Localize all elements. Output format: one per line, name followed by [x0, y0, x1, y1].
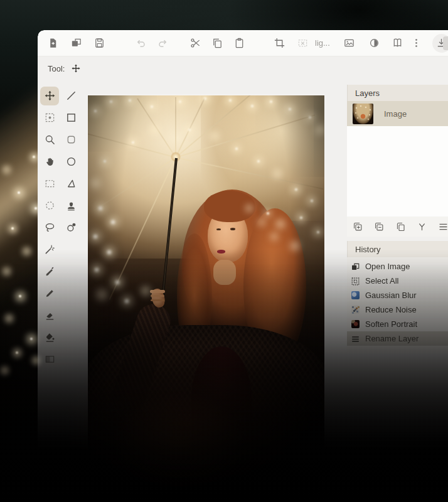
tool-rounded-rectangle[interactable] [61, 131, 80, 149]
history-label: Soften Portrait [365, 319, 417, 329]
tool-options-bar: Tool: [48, 63, 81, 73]
canvas-photo [88, 95, 324, 452]
photo-vignette [88, 95, 324, 452]
partial-button[interactable] [443, 36, 448, 50]
tool-empty-4 [61, 306, 80, 325]
move-tool-icon [71, 63, 81, 73]
tool-empty-5 [61, 328, 80, 347]
screenshot-stage: lig... Tool: [0, 0, 448, 502]
gaussian-blur-icon [351, 291, 360, 299]
soften-portrait-icon [351, 320, 360, 328]
history-row-gaussian-blur[interactable]: Gaussian Blur [347, 288, 448, 302]
tool-lasso[interactable] [40, 218, 59, 237]
tool-rectangle[interactable] [61, 109, 80, 127]
tool-empty-2 [61, 262, 80, 281]
save-button[interactable] [92, 36, 106, 50]
tool-line[interactable] [61, 87, 80, 105]
layer-row-image[interactable]: Image [347, 101, 448, 126]
tool-eraser[interactable] [40, 306, 59, 325]
open-image-button[interactable] [69, 36, 83, 50]
reduce-noise-icon [351, 306, 360, 314]
image-adjust-button[interactable] [343, 36, 356, 50]
history-list: Open Image Select All Gaussian Blur Redu… [347, 257, 448, 352]
right-panel-column: Layers Image History [347, 85, 448, 352]
history-label: Select All [365, 276, 398, 286]
duplicate-layer-button[interactable] [395, 222, 406, 232]
copy-button[interactable] [210, 36, 224, 50]
history-label: Gaussian Blur [365, 291, 417, 300]
layers-panel-header: Layers [347, 85, 448, 101]
tool-empty-3 [61, 284, 80, 303]
document-filename[interactable]: lig... [315, 38, 330, 48]
cut-button[interactable] [188, 36, 202, 50]
history-row-reduce-noise[interactable]: Reduce Noise [347, 302, 448, 317]
layers-title: Layers [355, 88, 380, 98]
undo-button[interactable] [134, 36, 147, 50]
history-label: Rename Layer [365, 334, 419, 343]
tool-ellipse[interactable] [61, 152, 80, 171]
tool-brush[interactable] [40, 262, 59, 281]
layer-menu-button[interactable] [438, 222, 448, 232]
tool-label: Tool: [48, 64, 65, 73]
tool-magic-wand[interactable] [40, 240, 59, 259]
tool-gradient[interactable] [40, 350, 59, 369]
history-row-rename-layer[interactable]: Rename Layer [347, 331, 448, 346]
tool-color-picker[interactable] [61, 218, 80, 237]
tool-marquee-rect[interactable] [40, 174, 59, 193]
rename-layer-icon [351, 334, 360, 343]
tool-marquee-ellipse[interactable] [40, 196, 59, 215]
canvas[interactable] [88, 95, 324, 452]
tool-empty-1 [61, 240, 80, 259]
top-toolbar: lig... [38, 30, 448, 56]
tool-free-transform[interactable] [40, 109, 59, 127]
history-row-select-all[interactable]: Select All [347, 274, 448, 288]
layers-empty-area [347, 126, 448, 216]
deselect-button[interactable] [296, 36, 309, 50]
redo-button[interactable] [156, 36, 169, 50]
workspace: Tool: [38, 56, 448, 452]
select-all-icon [351, 277, 360, 285]
background-fairy-lights-core [0, 0, 3, 3]
tool-move[interactable] [40, 87, 59, 105]
history-panel-header: History [347, 241, 448, 257]
tool-zoom[interactable] [40, 131, 59, 149]
tool-hand[interactable] [40, 152, 59, 171]
add-layer-button[interactable] [353, 222, 363, 232]
crop-button[interactable] [272, 36, 286, 50]
tool-clone-stamp[interactable] [61, 196, 80, 215]
layer-thumbnail [353, 104, 373, 124]
history-row-open-image[interactable]: Open Image [347, 259, 448, 274]
tool-fill-bucket[interactable] [40, 328, 59, 347]
brightness-contrast-button[interactable] [368, 36, 381, 50]
history-row-soften-portrait[interactable]: Soften Portrait [347, 317, 448, 331]
editor-window: lig... Tool: [38, 30, 448, 452]
more-menu-button[interactable] [410, 36, 424, 50]
flip-button[interactable] [391, 36, 405, 50]
history-title: History [355, 245, 380, 254]
tools-sidebar [39, 85, 82, 370]
tool-pencil[interactable] [40, 284, 59, 303]
new-file-button[interactable] [46, 36, 60, 50]
panel-gap [347, 237, 448, 241]
tool-triangle[interactable] [61, 174, 80, 193]
layers-toolbar [347, 216, 448, 237]
remove-layer-button[interactable] [374, 222, 385, 232]
paste-button[interactable] [232, 36, 246, 50]
open-image-icon [351, 262, 360, 270]
layer-name: Image [384, 109, 407, 119]
merge-layers-button[interactable] [417, 222, 427, 232]
history-label: Open Image [365, 262, 410, 271]
history-label: Reduce Noise [365, 305, 417, 314]
